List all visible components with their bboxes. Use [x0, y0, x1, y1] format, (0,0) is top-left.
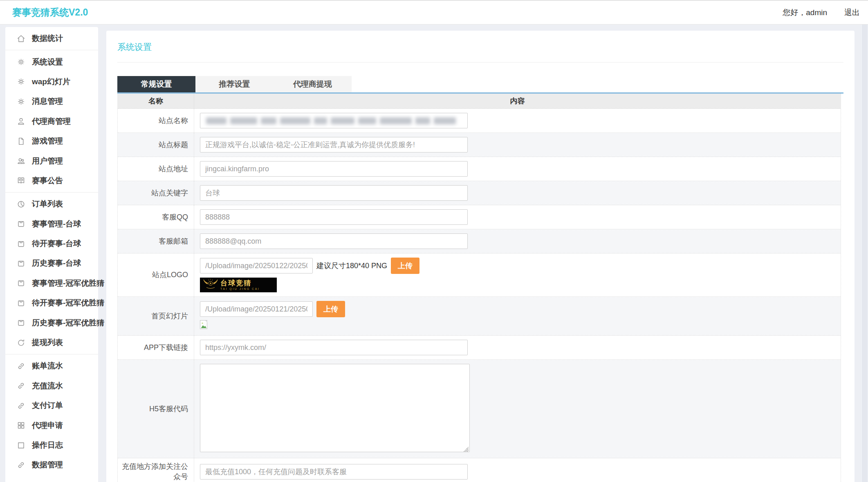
logo-emblem-icon — [202, 278, 219, 292]
redacted-blob — [206, 117, 227, 124]
row-6-upload-path-input[interactable] — [200, 258, 313, 274]
sidebar: 数据统计系统设置wap幻灯片消息管理代理商管理游戏管理用户管理赛事公告订单列表赛… — [5, 27, 98, 482]
sidebar-item-4[interactable]: 代理商管理 — [5, 112, 98, 131]
sidebar-item-8[interactable]: 订单列表 — [5, 194, 98, 214]
gear-icon — [17, 97, 25, 106]
bag-icon — [17, 279, 25, 287]
scrollbar-thumb[interactable] — [862, 16, 868, 482]
users-icon — [17, 157, 25, 165]
site-name-input-redacted[interactable] — [200, 113, 468, 128]
sidebar-item-label: 游戏管理 — [32, 136, 63, 146]
header-right: 您好，admin 退出 — [783, 7, 860, 18]
row-5-input[interactable] — [200, 233, 468, 249]
gear-icon — [17, 58, 25, 66]
bag-icon — [17, 220, 25, 228]
sidebar-item-10[interactable]: 待开赛事-台球 — [5, 234, 98, 253]
row-3-input[interactable] — [200, 185, 468, 201]
sidebar-item-13[interactable]: 待开赛事-冠军优胜猜 — [5, 293, 98, 313]
sidebar-item-label: 待开赛事-台球 — [32, 238, 81, 249]
redacted-blob — [415, 117, 430, 124]
bag-icon — [17, 299, 25, 307]
logo-text: 台球竞猜 — [220, 280, 260, 287]
sidebar-item-label: 代理商管理 — [32, 116, 71, 127]
upload-button[interactable]: 上传 — [316, 301, 345, 317]
sidebar-item-6[interactable]: 用户管理 — [5, 151, 98, 170]
table-row: 站点标题 — [118, 133, 841, 157]
table-row: 客服邮箱 — [118, 229, 841, 253]
row-2-input[interactable] — [200, 161, 468, 177]
sidebar-item-9[interactable]: 赛事管理-台球 — [5, 214, 98, 234]
settings-table: 名称 内容 站点名称站点标题站点地址站点关键字客服QQ客服邮箱站点LOGO建议尺… — [117, 94, 841, 482]
row-label: 站点LOGO — [152, 270, 188, 280]
row-8-input[interactable] — [200, 340, 468, 355]
refresh-icon — [17, 339, 25, 347]
sidebar-item-15[interactable]: 提现列表 — [5, 333, 98, 352]
redacted-blob — [434, 117, 456, 124]
table-header-row: 名称 内容 — [118, 94, 841, 109]
sidebar-item-label: 赛事公告 — [32, 175, 63, 186]
sidebar-item-14[interactable]: 历史赛事-冠军优胜猜 — [5, 313, 98, 332]
tab-general-settings[interactable]: 常规设置 — [117, 76, 195, 92]
sidebar-item-7[interactable]: 赛事公告 — [5, 171, 98, 191]
sidebar-item-20[interactable]: 操作日志 — [5, 435, 98, 455]
sidebar-item-label: 赛事管理-台球 — [32, 219, 81, 229]
file-icon — [17, 137, 25, 146]
sidebar-item-label: 提现列表 — [32, 337, 63, 348]
sidebar-item-16[interactable]: 账单流水 — [5, 356, 98, 376]
link-icon — [17, 461, 25, 469]
table-body: 站点名称站点标题站点地址站点关键字客服QQ客服邮箱站点LOGO建议尺寸180*4… — [118, 109, 841, 482]
sidebar-item-17[interactable]: 充值流水 — [5, 376, 98, 396]
sidebar-item-5[interactable]: 游戏管理 — [5, 131, 98, 151]
row-label: APP下载链接 — [144, 343, 188, 352]
table-row: 站点LOGO建议尺寸180*40 PNG上传台球竞猜TAI QIU JING C… — [118, 253, 841, 297]
sidebar-item-11[interactable]: 历史赛事-台球 — [5, 253, 98, 273]
user-icon — [17, 117, 25, 126]
tab-agent-withdraw[interactable]: 代理商提现 — [274, 76, 352, 92]
logo-subtext: TAI QIU JING CAI — [220, 287, 260, 290]
gear-icon — [17, 77, 25, 86]
sidebar-item-label: 支付订单 — [32, 400, 63, 411]
table-row: 站点地址 — [118, 157, 841, 181]
column-header-content: 内容 — [194, 94, 841, 108]
scrollbar-track[interactable] — [861, 0, 868, 482]
sidebar-item-label: 操作日志 — [32, 440, 63, 451]
sidebar-item-2[interactable]: wap幻灯片 — [5, 72, 98, 92]
upload-button[interactable]: 上传 — [391, 258, 419, 274]
grid-icon — [17, 421, 25, 430]
h5-service-code-textarea[interactable] — [200, 364, 470, 452]
row-10-input[interactable] — [200, 464, 468, 480]
sidebar-item-0[interactable]: 数据统计 — [5, 29, 98, 48]
app-title: 赛事竞猜系统V2.0 — [12, 6, 88, 19]
logout-link[interactable]: 退出 — [844, 7, 860, 18]
sidebar-item-12[interactable]: 赛事管理-冠军优胜猜 — [5, 274, 98, 293]
textarea-resize-handle[interactable] — [464, 447, 469, 452]
row-label: 首页幻灯片 — [151, 311, 188, 321]
site-logo-preview: 台球竞猜TAI QIU JING CAI — [200, 278, 277, 292]
sidebar-item-18[interactable]: 支付订单 — [5, 396, 98, 415]
sidebar-item-21[interactable]: 数据管理 — [5, 455, 98, 475]
sidebar-item-1[interactable]: 系统设置 — [5, 52, 98, 72]
redacted-blob — [358, 117, 376, 124]
row-label: 站点关键字 — [151, 188, 188, 198]
row-label: H5客服代码 — [149, 404, 188, 414]
square-icon — [17, 441, 25, 450]
sidebar-divider — [5, 50, 98, 50]
row-7-upload-path-input[interactable] — [200, 301, 313, 317]
sidebar-item-19[interactable]: 代理申请 — [5, 415, 98, 435]
sidebar-item-label: 系统设置 — [32, 57, 63, 67]
pie-icon — [17, 200, 25, 208]
row-4-input[interactable] — [200, 209, 468, 225]
sidebar-item-3[interactable]: 消息管理 — [5, 92, 98, 111]
broken-image-icon — [200, 320, 209, 331]
tab-recommend-settings[interactable]: 推荐设置 — [195, 76, 274, 92]
row-1-input[interactable] — [200, 137, 468, 152]
column-header-name: 名称 — [118, 94, 194, 108]
page-title: 系统设置 — [117, 31, 843, 53]
table-row: 首页幻灯片上传 — [118, 297, 841, 336]
bag-icon — [17, 318, 25, 327]
row-label: 客服QQ — [162, 212, 188, 222]
sidebar-item-label: 数据管理 — [32, 460, 63, 470]
row-label: 客服邮箱 — [159, 236, 188, 246]
row-label: 站点名称 — [159, 116, 188, 126]
book-icon — [17, 176, 25, 185]
